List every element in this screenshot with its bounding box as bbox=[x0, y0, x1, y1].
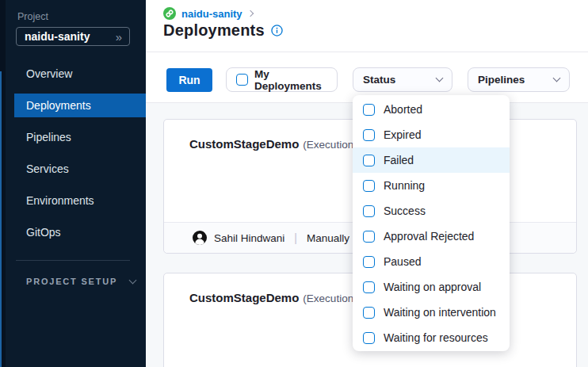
status-option-checkbox[interactable] bbox=[363, 129, 375, 141]
page-header: naidu-sanity Deployments bbox=[146, 0, 588, 52]
pipelines-filter-dropdown[interactable]: Pipelines bbox=[468, 67, 570, 92]
pipelines-filter-label: Pipelines bbox=[478, 74, 525, 86]
status-option-checkbox[interactable] bbox=[363, 256, 375, 268]
breadcrumb: naidu-sanity bbox=[163, 7, 253, 20]
sidebar-item-label: Pipelines bbox=[26, 131, 71, 143]
chevron-down-icon bbox=[129, 276, 137, 284]
avatar bbox=[193, 231, 207, 245]
status-option-checkbox[interactable] bbox=[363, 307, 375, 319]
chevron-down-icon bbox=[553, 75, 561, 82]
chevron-down-icon bbox=[436, 75, 444, 82]
status-option-checkbox[interactable] bbox=[363, 104, 375, 116]
status-option[interactable]: Expired bbox=[353, 122, 510, 147]
status-option[interactable]: Running bbox=[353, 173, 510, 198]
status-option[interactable]: Waiting on approval bbox=[353, 274, 510, 300]
run-button[interactable]: Run bbox=[166, 68, 212, 92]
status-option-label: Expired bbox=[384, 128, 421, 141]
sidebar-divider bbox=[16, 260, 130, 261]
status-option-checkbox[interactable] bbox=[363, 155, 375, 166]
sidebar-item-overview[interactable]: Overview bbox=[0, 62, 146, 86]
status-filter-label: Status bbox=[363, 74, 395, 86]
status-option[interactable]: Paused bbox=[353, 249, 510, 274]
sidebar-item-services[interactable]: Services bbox=[0, 157, 146, 181]
status-option-checkbox[interactable] bbox=[363, 205, 375, 217]
page-title-row: Deployments bbox=[163, 21, 283, 40]
status-option-label: Waiting for resources bbox=[384, 331, 488, 344]
status-option-label: Running bbox=[384, 179, 425, 192]
pipeline-name: CustomStageDemo bbox=[189, 291, 299, 304]
status-option[interactable]: Approval Rejected bbox=[353, 224, 510, 249]
my-deployments-label: My Deployments bbox=[254, 68, 327, 92]
status-option-label: Approval Rejected bbox=[384, 230, 474, 243]
deployment-title-row: CustomStageDemo(Execution Id bbox=[189, 291, 365, 305]
status-option[interactable]: Waiting for resources bbox=[353, 325, 510, 350]
sidebar-item-deployments[interactable]: Deployments bbox=[14, 94, 146, 117]
sidebar-item-label: Overview bbox=[26, 67, 72, 80]
deployment-title-row: CustomStageDemo(Execution Id bbox=[189, 137, 365, 151]
sidebar-item-label: Services bbox=[26, 162, 69, 175]
status-option[interactable]: Failed bbox=[353, 147, 510, 173]
sidebar-nav: Overview Deployments Pipelines Services … bbox=[0, 62, 146, 252]
triggered-by-user: Sahil Hindwani bbox=[214, 232, 284, 244]
my-deployments-toggle[interactable]: My Deployments bbox=[226, 67, 338, 92]
project-label: Project bbox=[17, 11, 48, 22]
status-option-checkbox[interactable] bbox=[363, 281, 375, 293]
status-option-label: Aborted bbox=[384, 103, 422, 116]
trigger-type: Manually bbox=[307, 232, 349, 244]
project-setup-label: PROJECT SETUP bbox=[26, 277, 117, 286]
my-deployments-checkbox[interactable] bbox=[236, 74, 248, 86]
status-option[interactable]: Success bbox=[353, 198, 510, 224]
project-selector[interactable]: naidu-sanity » bbox=[16, 27, 130, 46]
status-option-label: Waiting on approval bbox=[384, 281, 481, 293]
status-option-checkbox[interactable] bbox=[363, 231, 375, 243]
expand-project-icon[interactable]: » bbox=[116, 31, 122, 43]
status-option-checkbox[interactable] bbox=[363, 180, 375, 192]
pipeline-name: CustomStageDemo bbox=[189, 137, 299, 151]
status-option-label: Success bbox=[384, 205, 426, 217]
status-option[interactable]: Waiting on intervention bbox=[353, 300, 510, 325]
project-sidebar: Project naidu-sanity » Overview Deployme… bbox=[0, 0, 146, 367]
sidebar-item-gitops[interactable]: GitOps bbox=[0, 220, 146, 244]
status-dropdown-panel: Aborted Expired Failed Running Success A… bbox=[353, 95, 510, 351]
status-option[interactable]: Aborted bbox=[353, 97, 510, 122]
footer-separator: | bbox=[292, 231, 300, 244]
sidebar-item-environments[interactable]: Environments bbox=[0, 189, 146, 212]
sidebar-item-label: GitOps bbox=[26, 226, 61, 239]
cd-module-icon bbox=[163, 7, 176, 20]
status-option-label: Waiting on intervention bbox=[384, 306, 496, 319]
breadcrumb-project-link[interactable]: naidu-sanity bbox=[181, 8, 242, 20]
sidebar-item-label: Deployments bbox=[26, 99, 91, 112]
sidebar-item-label: Environments bbox=[26, 194, 94, 207]
status-filter-dropdown[interactable]: Status bbox=[353, 67, 452, 92]
project-name: naidu-sanity bbox=[25, 30, 90, 43]
status-option-label: Failed bbox=[384, 154, 414, 166]
page-title: Deployments bbox=[163, 21, 265, 40]
sidebar-item-pipelines[interactable]: Pipelines bbox=[0, 125, 146, 149]
sidebar-item-project-setup[interactable]: PROJECT SETUP bbox=[26, 277, 136, 286]
app-window: Project naidu-sanity » Overview Deployme… bbox=[0, 0, 588, 367]
status-option-checkbox[interactable] bbox=[363, 332, 375, 344]
info-icon[interactable] bbox=[271, 25, 283, 36]
status-option-label: Paused bbox=[384, 255, 421, 268]
chevron-right-icon bbox=[246, 10, 253, 17]
